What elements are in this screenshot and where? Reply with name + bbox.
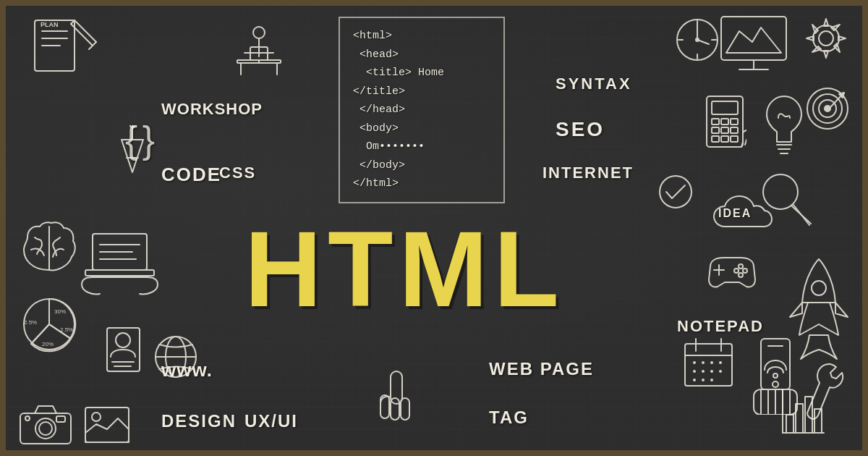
- svg-text:2.5%: 2.5%: [60, 326, 73, 333]
- svg-point-99: [710, 361, 713, 364]
- svg-point-98: [702, 361, 705, 364]
- main-title: HTML: [244, 216, 565, 323]
- svg-point-10: [253, 27, 265, 38]
- svg-rect-119: [786, 415, 793, 433]
- syntax-label: SYNTAX: [556, 75, 632, 93]
- svg-rect-23: [85, 270, 154, 276]
- code-line-2: <head>: [353, 46, 490, 64]
- svg-point-52: [696, 38, 699, 41]
- calculator-icon: [703, 93, 746, 153]
- svg-point-102: [702, 370, 705, 373]
- svg-rect-45: [56, 416, 65, 422]
- monitor-icon: [718, 13, 797, 77]
- tag-label: TAG: [489, 408, 529, 428]
- clock-icon: [674, 17, 721, 67]
- globe-icon: [150, 332, 201, 385]
- svg-point-111: [773, 373, 778, 378]
- svg-text:20%: 20%: [42, 341, 54, 347]
- svg-point-103: [710, 370, 713, 373]
- profile-card-icon: [103, 324, 143, 378]
- svg-text:30%: 30%: [54, 308, 66, 315]
- uxui-label: UX/UI: [244, 411, 298, 431]
- target-icon: [804, 85, 851, 135]
- code-line-7: </body>: [353, 156, 490, 175]
- svg-point-92: [812, 281, 826, 295]
- svg-line-7: [93, 42, 96, 46]
- svg-rect-65: [721, 119, 728, 124]
- svg-point-89: [743, 269, 747, 273]
- code-label: CODE: [161, 164, 221, 186]
- image-icon: [82, 404, 132, 449]
- svg-rect-121: [805, 397, 812, 433]
- svg-rect-69: [731, 127, 738, 133]
- svg-rect-71: [721, 136, 728, 142]
- internet-label: INTERNET: [542, 164, 634, 182]
- hand-pointer-icon: [375, 368, 418, 428]
- svg-rect-72: [731, 136, 738, 142]
- svg-point-105: [693, 379, 696, 381]
- bar-chart-icon: [779, 386, 826, 439]
- svg-text:PLAN: PLAN: [41, 21, 59, 28]
- svg-point-61: [813, 25, 839, 51]
- svg-point-90: [734, 269, 739, 273]
- calendar-icon: [681, 335, 736, 392]
- seo-label: SEO: [556, 118, 605, 141]
- gear-icon: [801, 13, 851, 67]
- lightbulb-icon: [761, 93, 808, 164]
- pen-nib-icon: [118, 125, 147, 186]
- svg-rect-93: [685, 344, 732, 386]
- code-line-1: <html>: [353, 27, 490, 46]
- svg-point-48: [92, 413, 101, 421]
- code-line-6: Om•••••••: [353, 138, 490, 156]
- svg-point-82: [660, 176, 692, 208]
- pie-chart-icon: 30% 2.5% 20% 2.5%: [17, 292, 82, 360]
- svg-point-79: [825, 106, 830, 111]
- workshop-label: WORKSHOP: [161, 100, 263, 119]
- brain-icon: [17, 219, 82, 280]
- svg-rect-64: [712, 119, 719, 124]
- webpage-label: WEB PAGE: [489, 359, 594, 379]
- html-code-block: <html> <head> <title> Home </title> </he…: [339, 17, 505, 203]
- code-line-4: </head>: [353, 101, 490, 119]
- svg-rect-67: [712, 127, 719, 133]
- notepad-label: NOTEPAD: [677, 317, 764, 336]
- svg-rect-47: [85, 408, 129, 442]
- svg-text:2.5%: 2.5%: [24, 319, 37, 326]
- svg-point-104: [719, 370, 722, 373]
- gamepad-icon: [703, 252, 761, 295]
- svg-point-97: [693, 361, 696, 364]
- svg-marker-18: [122, 140, 143, 172]
- svg-line-85: [792, 206, 811, 224]
- svg-rect-68: [721, 127, 728, 133]
- svg-line-8: [89, 46, 93, 49]
- svg-rect-122: [814, 409, 822, 433]
- code-line-3: <title> Home </title>: [353, 64, 490, 101]
- cloud-icon: [710, 190, 790, 244]
- svg-point-106: [702, 379, 705, 381]
- svg-point-36: [116, 333, 130, 347]
- svg-rect-120: [796, 404, 803, 433]
- camera-icon: [17, 400, 75, 450]
- svg-point-100: [719, 361, 722, 364]
- svg-point-91: [739, 273, 743, 277]
- svg-point-46: [25, 416, 30, 421]
- svg-point-44: [39, 422, 52, 435]
- svg-point-88: [739, 264, 743, 269]
- svg-rect-63: [712, 101, 738, 114]
- css-label: CSS: [219, 164, 256, 182]
- pencil-writing-icon: PLAN: [27, 17, 100, 81]
- design-label: DESIGN: [161, 411, 237, 431]
- laptop-icon: [78, 230, 161, 302]
- svg-point-107: [710, 379, 713, 381]
- svg-point-109: [773, 381, 778, 387]
- code-line-5: <body>: [353, 119, 490, 138]
- svg-point-101: [693, 370, 696, 373]
- svg-rect-66: [731, 119, 738, 124]
- chalkboard-background: HTML WORKSHOP CODE CSS SYNTAX SEO INTERN…: [0, 0, 868, 456]
- checkmark-icon: [656, 172, 696, 215]
- svg-point-60: [819, 31, 833, 46]
- svg-rect-70: [712, 136, 719, 142]
- code-line-8: </html>: [353, 174, 490, 193]
- person-desk-icon: [230, 24, 288, 85]
